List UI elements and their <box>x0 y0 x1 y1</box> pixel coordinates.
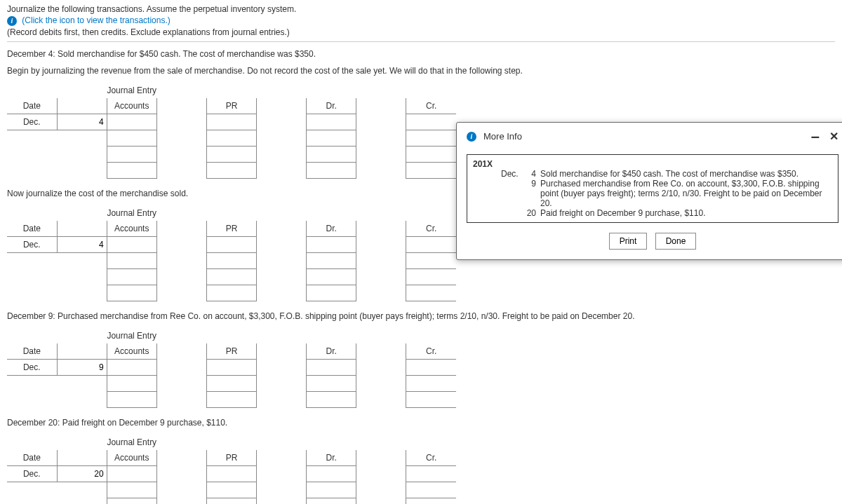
je3-month: Dec. <box>7 359 57 375</box>
je3-account-input-2[interactable] <box>107 376 156 391</box>
je4-cr-input-2[interactable] <box>406 482 456 498</box>
je4-account-input-2[interactable] <box>107 482 156 498</box>
je4-pr-input-3[interactable] <box>207 498 256 505</box>
tx-desc-3: Paid freight on December 9 purchase, $11… <box>540 208 832 218</box>
tx-desc-1: Sold merchandise for $450 cash. The cost… <box>540 169 832 179</box>
print-button[interactable]: Print <box>609 233 648 250</box>
je2-pr-input-2[interactable] <box>207 253 256 268</box>
tx-year: 201X <box>473 159 501 169</box>
view-transactions-text: (Click the icon to view the transactions… <box>22 15 170 25</box>
je3-cr-input-2[interactable] <box>406 376 456 391</box>
je2-day-input[interactable] <box>58 237 107 252</box>
je2-pr-input-3[interactable] <box>207 269 256 285</box>
je2-pr-input-4[interactable] <box>207 285 256 301</box>
je1-dr-input-1[interactable] <box>307 114 356 130</box>
je1-pr-input-2[interactable] <box>207 130 256 146</box>
je1-cr-input-1[interactable] <box>406 114 456 130</box>
col-date-header: Date <box>7 221 57 237</box>
journal-entry-3: Journal Entry Date Accounts PR Dr. Cr. D… <box>7 328 456 408</box>
je2-dr-input-4[interactable] <box>307 285 356 301</box>
je2-dr-input-2[interactable] <box>307 253 356 268</box>
je1-cr-input-4[interactable] <box>406 163 456 178</box>
je3-pr-input-1[interactable] <box>207 360 256 375</box>
je1-cr-input-3[interactable] <box>406 147 456 162</box>
je1-month: Dec. <box>7 114 57 130</box>
je4-dr-input-1[interactable] <box>307 466 356 482</box>
col-cr-header: Cr. <box>406 221 456 237</box>
col-date-header: Date <box>7 98 57 114</box>
col-cr-header: Cr. <box>406 98 456 114</box>
journal-entry-2: Journal Entry Date Accounts PR Dr. Cr. D… <box>7 205 456 301</box>
je3-pr-input-3[interactable] <box>207 392 256 407</box>
je4-pr-input-1[interactable] <box>207 466 256 482</box>
je1-account-input-1[interactable] <box>107 114 156 130</box>
je3-dr-input-1[interactable] <box>307 360 356 375</box>
done-button[interactable]: Done <box>655 233 697 250</box>
je2-cr-input-3[interactable] <box>406 269 456 285</box>
je3-account-input-3[interactable] <box>107 392 156 407</box>
je4-cr-input-1[interactable] <box>406 466 456 482</box>
je1-account-input-2[interactable] <box>107 130 156 146</box>
je2-cr-input-4[interactable] <box>406 285 456 301</box>
journal-entry-1: Journal Entry Date Accounts PR Dr. Cr. D… <box>7 83 456 179</box>
modal-title: More Info <box>483 131 522 142</box>
je1-pr-input-3[interactable] <box>207 147 256 162</box>
separator <box>7 41 835 42</box>
je2-dr-input-3[interactable] <box>307 269 356 285</box>
je1-pr-input-4[interactable] <box>207 163 256 178</box>
je2-account-input-3[interactable] <box>107 269 156 285</box>
je4-account-input-3[interactable] <box>107 498 156 505</box>
je2-cr-input-1[interactable] <box>406 237 456 252</box>
instruction-line-2: (Record debits first, then credits. Excl… <box>7 27 835 37</box>
je-title: Journal Entry <box>107 435 156 450</box>
je3-cr-input-1[interactable] <box>406 360 456 375</box>
col-pr-header: PR <box>206 98 256 114</box>
je2-account-input-4[interactable] <box>107 285 156 301</box>
je4-month: Dec. <box>7 465 57 482</box>
tx-day-2: 9 <box>523 179 540 208</box>
je-title: Journal Entry <box>107 205 156 221</box>
je1-cr-input-2[interactable] <box>406 130 456 146</box>
je1-dr-input-2[interactable] <box>307 130 356 146</box>
je4-cr-input-3[interactable] <box>406 498 456 505</box>
minimize-icon[interactable]: – <box>811 133 820 140</box>
col-dr-header: Dr. <box>307 98 356 114</box>
col-date-header: Date <box>7 343 57 360</box>
view-transactions-link[interactable]: i (Click the icon to view the transactio… <box>7 15 835 26</box>
je3-pr-input-2[interactable] <box>207 376 256 391</box>
je1-account-input-3[interactable] <box>107 147 156 162</box>
step1-sub-instruction: Begin by journalizing the revenue from t… <box>7 66 835 76</box>
info-icon: i <box>467 132 476 142</box>
col-date-header: Date <box>7 450 57 466</box>
je1-pr-input-1[interactable] <box>207 114 256 130</box>
je4-pr-input-2[interactable] <box>207 482 256 498</box>
je2-account-input-2[interactable] <box>107 253 156 268</box>
je3-account-input-1[interactable] <box>107 360 156 375</box>
col-pr-header: PR <box>206 343 256 360</box>
je2-account-input-1[interactable] <box>107 237 156 252</box>
je3-day-input[interactable] <box>58 360 107 375</box>
je4-dr-input-3[interactable] <box>307 498 356 505</box>
instruction-line-1: Journalize the following transactions. A… <box>7 4 835 14</box>
je4-account-input-1[interactable] <box>107 466 156 482</box>
col-cr-header: Cr. <box>406 450 456 466</box>
je1-account-input-4[interactable] <box>107 163 156 178</box>
je2-cr-input-2[interactable] <box>406 253 456 268</box>
je3-dr-input-3[interactable] <box>307 392 356 407</box>
je1-dr-input-4[interactable] <box>307 163 356 178</box>
tx-day-3: 20 <box>523 208 540 218</box>
col-pr-header: PR <box>206 221 256 237</box>
tx-day-1: 4 <box>523 169 540 179</box>
je3-dr-input-2[interactable] <box>307 376 356 391</box>
close-icon[interactable]: ✕ <box>829 130 838 143</box>
je4-dr-input-2[interactable] <box>307 482 356 498</box>
je1-dr-input-3[interactable] <box>307 147 356 162</box>
je1-day-input[interactable] <box>58 114 107 130</box>
col-dr-header: Dr. <box>307 343 356 360</box>
je4-day-input[interactable] <box>58 466 107 482</box>
je2-dr-input-1[interactable] <box>307 237 356 252</box>
je2-pr-input-1[interactable] <box>207 237 256 252</box>
info-icon: i <box>7 16 17 26</box>
je3-cr-input-3[interactable] <box>406 392 456 407</box>
col-accounts-header: Accounts <box>107 221 156 237</box>
